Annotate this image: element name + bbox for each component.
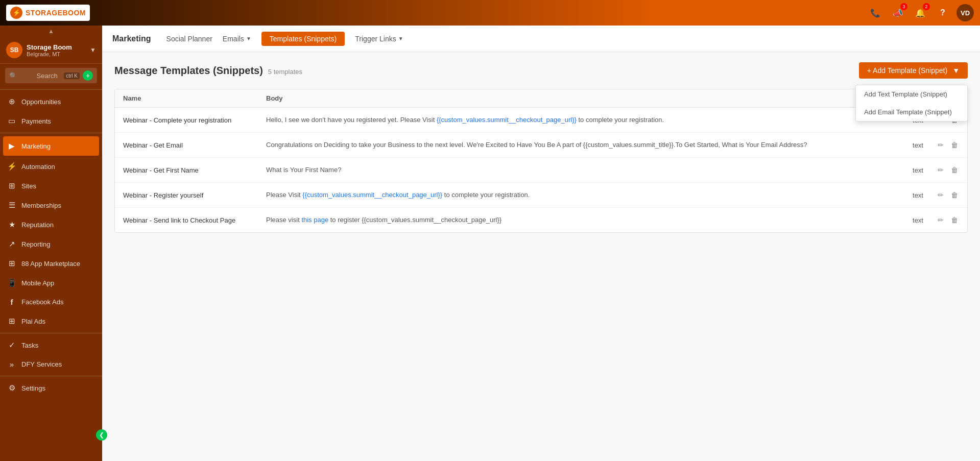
search-shortcut: ctrl K — [64, 72, 80, 79]
sidebar-item-facebook-ads[interactable]: f Facebook Ads — [0, 293, 102, 311]
edit-template-button[interactable]: ✏ — [937, 140, 945, 150]
sidebar-divider-3 — [0, 333, 102, 333]
bell-button[interactable]: 🔔 2 — [912, 4, 929, 21]
tasks-icon: ✓ — [7, 341, 16, 350]
nav-link-emails[interactable]: Emails ▼ — [223, 33, 251, 45]
topbar-right: 📞 📣 3 🔔 2 ? VD — [867, 4, 974, 21]
table-row: Webinar - Get First Name What is Your Fi… — [115, 158, 967, 183]
sidebar-item-label: 88 App Marketplace — [21, 260, 80, 268]
sidebar-item-label: Opportunities — [21, 98, 61, 106]
template-attachment: text — [867, 141, 928, 149]
phone-button[interactable]: 📞 — [867, 4, 884, 21]
add-email-template-item[interactable]: Add Email Template (Snippet) — [856, 103, 967, 121]
sidebar-item-label: Payments — [21, 117, 51, 125]
template-attachment: text — [867, 191, 928, 199]
search-plus-button[interactable]: + — [83, 70, 93, 81]
page-title: Message Templates (Snippets) — [114, 65, 263, 77]
sidebar-item-automation[interactable]: ⚡ Automation — [0, 157, 102, 176]
template-actions: ✏ 🗑 — [928, 165, 959, 175]
add-btn-chevron-icon: ▼ — [952, 66, 960, 75]
sidebar-search-area: 🔍 Search ctrl K + — [0, 64, 102, 87]
table-row: Webinar - Register yourself Please Visit… — [115, 183, 967, 208]
add-text-template-item[interactable]: Add Text Template (Snippet) — [856, 85, 967, 103]
sidebar-item-plai-ads[interactable]: ⊞ Plai Ads — [0, 311, 102, 331]
template-name: Webinar - Register yourself — [123, 191, 266, 199]
opportunities-icon: ⊕ — [7, 97, 16, 106]
template-body: What is Your First Name? — [266, 165, 867, 175]
app-body: ▲ SB Storage Boom Belgrade, MT ▼ 🔍 Searc… — [0, 26, 980, 461]
megaphone-badge: 3 — [900, 3, 907, 10]
template-body: Please visit this page to register {{cus… — [266, 215, 867, 225]
sidebar-item-marketing[interactable]: ▶ Marketing — [3, 136, 99, 156]
table-header: Name Body Attachments — [115, 89, 967, 108]
logo-area: ⚡ STORAGEBOOM — [6, 5, 90, 21]
sidebar-item-app-marketplace[interactable]: ⊞ 88 App Marketplace — [0, 254, 102, 273]
search-icon: 🔍 — [9, 72, 34, 80]
sidebar-item-sites[interactable]: ⊞ Sites — [0, 176, 102, 196]
nav-link-templates-snippets[interactable]: Templates (Snippets) — [261, 32, 345, 46]
sidebar-item-settings[interactable]: ⚙ Settings — [0, 378, 102, 398]
help-button[interactable]: ? — [934, 4, 951, 21]
delete-template-button[interactable]: 🗑 — [950, 165, 959, 175]
table-row: Webinar - Get Email Congratulations on D… — [115, 133, 967, 158]
sidebar-item-memberships[interactable]: ☰ Memberships — [0, 196, 102, 215]
marketing-icon: ▶ — [7, 141, 16, 151]
page-title-group: Message Templates (Snippets) 5 templates — [114, 65, 302, 77]
edit-template-button[interactable]: ✏ — [937, 165, 945, 175]
plai-ads-icon: ⊞ — [7, 317, 16, 326]
account-name: Storage Boom — [27, 43, 86, 51]
account-selector[interactable]: SB Storage Boom Belgrade, MT ▼ — [0, 37, 102, 64]
nav-link-social-planner[interactable]: Social Planner — [166, 33, 212, 45]
sidebar-item-payments[interactable]: ▭ Payments — [0, 111, 102, 131]
emails-chevron-icon: ▼ — [246, 36, 251, 41]
template-actions: ✏ 🗑 — [928, 215, 959, 225]
sidebar-item-mobile-app[interactable]: 📱 Mobile App — [0, 273, 102, 293]
search-box[interactable]: 🔍 Search ctrl K + — [5, 68, 97, 83]
delete-template-button[interactable]: 🗑 — [950, 215, 959, 225]
add-template-wrapper: + Add Template (Snippet) ▼ Add Text Temp… — [859, 62, 968, 79]
bell-badge: 2 — [923, 3, 930, 10]
sidebar-divider-4 — [0, 376, 102, 376]
sidebar-item-reputation[interactable]: ★ Reputation — [0, 215, 102, 234]
account-arrow-icon: ▼ — [90, 46, 96, 54]
template-attachment: text — [867, 166, 928, 174]
settings-icon: ⚙ — [7, 383, 16, 393]
megaphone-button[interactable]: 📣 3 — [889, 4, 906, 21]
logo-box: ⚡ STORAGEBOOM — [6, 5, 90, 21]
template-name: Webinar - Get First Name — [123, 166, 266, 174]
delete-template-button[interactable]: 🗑 — [950, 190, 959, 200]
sidebar-item-label: Marketing — [21, 142, 51, 150]
sidebar-item-reporting[interactable]: ↗ Reporting — [0, 234, 102, 254]
add-template-button[interactable]: + Add Template (Snippet) ▼ — [859, 62, 968, 79]
sidebar-item-tasks[interactable]: ✓ Tasks — [0, 335, 102, 355]
sidebar-scroll-up[interactable]: ▲ — [0, 26, 102, 37]
sidebar: ▲ SB Storage Boom Belgrade, MT ▼ 🔍 Searc… — [0, 26, 102, 461]
reporting-icon: ↗ — [7, 239, 16, 249]
table-row: Webinar - Complete your registration Hel… — [115, 108, 967, 133]
edit-template-button[interactable]: ✏ — [937, 215, 945, 225]
sidebar-collapse-button[interactable]: ❮ — [96, 429, 102, 441]
col-header-name: Name — [123, 94, 266, 102]
template-count: 5 templates — [268, 68, 302, 76]
main-nav: Marketing Social Planner Emails ▼ Templa… — [102, 26, 980, 52]
edit-template-button[interactable]: ✏ — [937, 190, 945, 200]
topbar: ⚡ STORAGEBOOM 📞 📣 3 🔔 2 ? VD — [0, 0, 980, 26]
nav-title: Marketing — [112, 34, 151, 43]
delete-template-button[interactable]: 🗑 — [950, 140, 959, 150]
template-name: Webinar - Complete your registration — [123, 116, 266, 124]
add-template-dropdown: Add Text Template (Snippet) Add Email Te… — [855, 85, 968, 122]
sidebar-item-dfy-services[interactable]: » DFY Services — [0, 355, 102, 374]
reputation-icon: ★ — [7, 220, 16, 229]
dfy-services-icon: » — [7, 360, 16, 369]
template-actions: ✏ 🗑 — [928, 140, 959, 150]
avatar-button[interactable]: VD — [957, 4, 974, 21]
template-body: Congratulations on Deciding to take your… — [266, 140, 867, 150]
sidebar-item-opportunities[interactable]: ⊕ Opportunities — [0, 92, 102, 111]
sites-icon: ⊞ — [7, 181, 16, 190]
memberships-icon: ☰ — [7, 201, 16, 210]
nav-link-trigger-links[interactable]: Trigger Links ▼ — [355, 33, 403, 45]
template-actions: ✏ 🗑 — [928, 190, 959, 200]
page-content: Message Templates (Snippets) 5 templates… — [102, 52, 980, 461]
account-location: Belgrade, MT — [27, 51, 86, 57]
payments-icon: ▭ — [7, 116, 16, 126]
